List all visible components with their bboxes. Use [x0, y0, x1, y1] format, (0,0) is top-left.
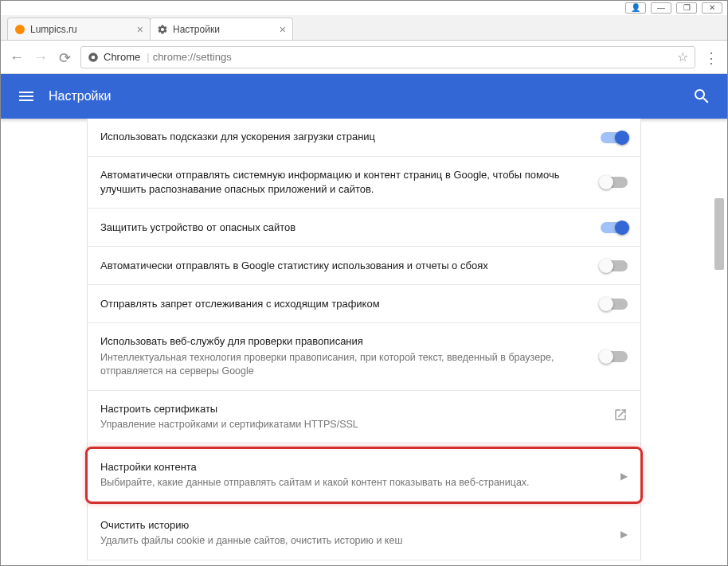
setting-row[interactable]: Настройки контентаВыбирайте, какие данны…	[88, 449, 640, 502]
setting-row[interactable]: Автоматически отправлять в Google статис…	[88, 247, 640, 285]
tab-close-icon[interactable]: ×	[137, 23, 143, 36]
tab-strip: Lumpics.ru × Настройки ×	[1, 15, 727, 41]
setting-title: Автоматически отправлять системную инфор…	[100, 168, 588, 197]
settings-content: Использовать подсказки для ускорения заг…	[1, 119, 727, 565]
toggle-switch[interactable]	[601, 351, 628, 362]
setting-action: ▶	[620, 526, 628, 541]
setting-action	[613, 408, 628, 425]
setting-title: Настройки контента	[100, 460, 608, 474]
chevron-right-icon: ▶	[620, 470, 628, 482]
scrollbar-thumb[interactable]	[714, 198, 724, 270]
svg-point-2	[92, 55, 96, 59]
chrome-page-icon	[88, 52, 99, 63]
setting-title: Настроить сертификаты	[100, 402, 601, 416]
browser-toolbar: ← → ⟳ Chrome | chrome://settings ☆ ⋮	[1, 41, 727, 74]
tab-lumpics[interactable]: Lumpics.ru ×	[7, 18, 151, 40]
setting-text: Использовать подсказки для ускорения заг…	[100, 130, 588, 144]
toggle-switch[interactable]	[601, 222, 628, 233]
window-controls: 👤 — ❐ ✕	[625, 2, 722, 14]
back-button[interactable]: ←	[9, 49, 25, 65]
window-titlebar: 👤 — ❐ ✕	[1, 1, 727, 15]
toggle-knob	[615, 221, 629, 235]
reload-button[interactable]: ⟳	[57, 49, 72, 65]
svg-point-0	[15, 25, 25, 34]
setting-action	[601, 222, 628, 233]
setting-text: Настройки контентаВыбирайте, какие данны…	[100, 460, 608, 490]
setting-text: Настроить сертификатыУправление настройк…	[100, 402, 601, 432]
setting-row[interactable]: Защитить устройство от опасных сайтов	[88, 209, 640, 247]
setting-row[interactable]: Настроить сертификатыУправление настройк…	[88, 391, 640, 444]
bookmark-star-icon[interactable]: ☆	[677, 49, 688, 64]
setting-title: Автоматически отправлять в Google статис…	[100, 259, 588, 273]
tab-title: Настройки	[173, 24, 275, 35]
setting-subtitle: Выбирайте, какие данные отправлять сайта…	[100, 476, 608, 490]
settings-title: Настройки	[49, 89, 692, 103]
forward-button[interactable]: →	[33, 49, 49, 65]
setting-text: Автоматически отправлять в Google статис…	[100, 259, 588, 273]
favicon-settings	[157, 24, 168, 35]
settings-appbar: Настройки	[1, 74, 727, 119]
tab-close-icon[interactable]: ×	[280, 23, 286, 36]
browser-menu-button[interactable]: ⋮	[703, 49, 719, 65]
setting-row[interactable]: Использовать веб-службу для проверки пра…	[88, 323, 640, 390]
scrollbar[interactable]	[714, 119, 726, 349]
setting-action	[601, 260, 628, 271]
settings-list: Использовать подсказки для ускорения заг…	[87, 119, 641, 560]
toggle-knob	[615, 131, 629, 145]
setting-row[interactable]: Отправлять запрет отслеживания с исходящ…	[88, 285, 640, 323]
url-text: chrome://settings	[153, 51, 677, 63]
toggle-switch[interactable]	[601, 299, 628, 310]
setting-row[interactable]: Автоматически отправлять системную инфор…	[88, 157, 640, 209]
setting-row[interactable]: Очистить историюУдалить файлы cookie и д…	[88, 507, 640, 560]
address-bar[interactable]: Chrome | chrome://settings ☆	[80, 46, 695, 68]
maximize-button[interactable]: ❐	[676, 2, 697, 14]
setting-title: Защитить устройство от опасных сайтов	[100, 221, 588, 235]
setting-text: Использовать веб-службу для проверки пра…	[100, 334, 588, 378]
toggle-knob	[599, 259, 613, 273]
toggle-switch[interactable]	[601, 132, 628, 143]
external-link-icon	[613, 408, 628, 422]
setting-text: Автоматически отправлять системную инфор…	[100, 168, 588, 197]
chevron-right-icon: ▶	[620, 529, 628, 540]
favicon-lumpics	[14, 24, 25, 35]
tab-title: Lumpics.ru	[30, 24, 132, 35]
toggle-knob	[599, 297, 613, 311]
toggle-switch[interactable]	[601, 260, 628, 271]
setting-action	[601, 351, 628, 362]
hamburger-menu-icon[interactable]	[17, 87, 36, 106]
setting-title: Очистить историю	[100, 518, 608, 533]
user-button[interactable]: 👤	[625, 2, 646, 14]
setting-action	[601, 299, 628, 310]
close-button[interactable]: ✕	[702, 2, 722, 14]
setting-text: Очистить историюУдалить файлы cookie и д…	[100, 518, 608, 548]
toggle-switch[interactable]	[601, 177, 628, 188]
url-prefix: Chrome	[104, 51, 140, 63]
setting-text: Отправлять запрет отслеживания с исходящ…	[100, 297, 588, 311]
tab-settings[interactable]: Настройки ×	[150, 18, 293, 40]
setting-action: ▶	[620, 468, 628, 482]
setting-action	[601, 132, 628, 143]
setting-action	[601, 177, 628, 188]
setting-title: Использовать подсказки для ускорения заг…	[100, 130, 588, 144]
search-icon[interactable]	[692, 87, 711, 106]
setting-subtitle: Удалить файлы cookie и данные сайтов, оч…	[100, 534, 608, 548]
setting-subtitle: Интеллектуальная технология проверки пра…	[100, 351, 588, 379]
minimize-button[interactable]: —	[651, 2, 671, 14]
toggle-knob	[599, 349, 613, 364]
setting-row[interactable]: Использовать подсказки для ускорения заг…	[88, 119, 640, 157]
setting-title: Использовать веб-службу для проверки пра…	[100, 334, 588, 349]
setting-title: Отправлять запрет отслеживания с исходящ…	[100, 297, 588, 311]
setting-text: Защитить устройство от опасных сайтов	[100, 221, 588, 235]
toggle-knob	[599, 175, 613, 189]
highlighted-row: Настройки контентаВыбирайте, какие данны…	[85, 447, 643, 504]
setting-subtitle: Управление настройками и сертификатами H…	[100, 418, 601, 432]
